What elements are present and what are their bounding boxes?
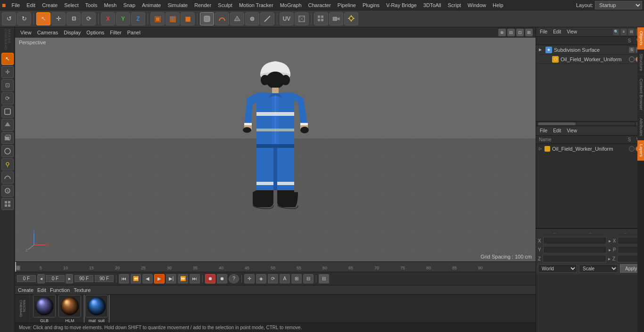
sidebar-select-btn[interactable]: ↖ bbox=[1, 53, 14, 65]
menu-3dtoall[interactable]: 3DToAll bbox=[421, 1, 444, 9]
vp-split-v-icon[interactable]: ⊡ bbox=[516, 29, 524, 36]
obj-hscroll-thumb[interactable] bbox=[538, 122, 576, 125]
obj-collapse-icon[interactable]: ⊟ bbox=[628, 29, 635, 35]
play-forward-button[interactable]: ▶ bbox=[154, 274, 165, 283]
mat-function-menu[interactable]: Function bbox=[50, 287, 70, 293]
sidebar-box-btn[interactable] bbox=[1, 132, 14, 144]
edge-mode-button[interactable] bbox=[260, 12, 274, 25]
scene-file-menu[interactable]: File bbox=[538, 128, 549, 134]
menu-animate[interactable]: Animate bbox=[139, 1, 164, 9]
obj-view-menu[interactable]: View bbox=[565, 29, 579, 35]
vp-fullscreen-icon[interactable]: ⊞ bbox=[525, 29, 533, 36]
material-glb[interactable]: GLB bbox=[33, 295, 56, 323]
sidebar-grid-btn[interactable] bbox=[1, 198, 14, 210]
mat-texture-menu[interactable]: Texture bbox=[74, 287, 91, 293]
sidebar-rotate-btn[interactable]: ⟳ bbox=[1, 92, 14, 105]
mat-edit-menu[interactable]: Edit bbox=[37, 287, 46, 293]
sidebar-light-btn[interactable] bbox=[1, 158, 14, 170]
vtab-objects[interactable]: Objects bbox=[637, 27, 644, 50]
auto-key-button[interactable]: ⏺ bbox=[217, 274, 227, 283]
texture-mode-button[interactable] bbox=[295, 12, 309, 25]
redo-button[interactable]: ↻ bbox=[17, 12, 31, 25]
menu-tools[interactable]: Tools bbox=[83, 1, 100, 9]
menu-plugins[interactable]: Plugins bbox=[360, 1, 382, 9]
auto-btn[interactable]: A bbox=[280, 274, 290, 283]
record-button[interactable]: ⏺ bbox=[205, 274, 215, 283]
coord-z-pos[interactable]: 0 cm bbox=[543, 255, 606, 262]
menu-pipeline[interactable]: Pipeline bbox=[335, 1, 359, 9]
timeline[interactable]: 0 5 10 15 20 25 30 35 40 45 50 55 60 65 … bbox=[15, 261, 536, 272]
grid-button[interactable] bbox=[314, 12, 328, 25]
vp-split-h-icon[interactable]: ⊟ bbox=[507, 29, 515, 36]
spline-mode-button[interactable] bbox=[215, 12, 229, 25]
material-hlm[interactable]: HLM bbox=[58, 295, 81, 323]
menu-character[interactable]: Character bbox=[305, 1, 334, 9]
next-keyframe-button[interactable]: ⏩ bbox=[178, 274, 188, 283]
vtab-attributes[interactable]: Attributes bbox=[637, 114, 644, 140]
end-frame-1-input[interactable] bbox=[74, 275, 93, 282]
obj-search-icon[interactable]: 🔍 bbox=[613, 29, 619, 35]
obj-hscrollbar[interactable]: ▶ bbox=[536, 121, 644, 126]
next-frame-input-btn[interactable]: ▸ bbox=[66, 274, 73, 283]
menu-simulate[interactable]: Simulate bbox=[165, 1, 190, 9]
vp-view-menu[interactable]: View bbox=[18, 29, 34, 36]
current-frame-input[interactable] bbox=[46, 275, 65, 282]
menu-file[interactable]: File bbox=[8, 1, 23, 9]
sidebar-scale-btn[interactable]: ⊡ bbox=[1, 79, 14, 91]
menu-render[interactable]: Render bbox=[191, 1, 214, 9]
menu-mograph[interactable]: MoGraph bbox=[277, 1, 305, 9]
layout-dropdown[interactable]: Startup bbox=[595, 1, 642, 9]
obj-file-menu[interactable]: File bbox=[538, 29, 549, 35]
menu-snap[interactable]: Snap bbox=[120, 1, 138, 9]
material-mat-suit[interactable]: mat_suit bbox=[84, 295, 109, 323]
menu-script[interactable]: Script bbox=[445, 1, 464, 9]
vp-maximize-icon[interactable]: ⊕ bbox=[498, 29, 506, 36]
render-all-button[interactable]: ◼ bbox=[181, 12, 195, 25]
z-axis-button[interactable]: Z bbox=[131, 12, 145, 25]
object-mode-button[interactable] bbox=[200, 12, 214, 25]
step-forward-button[interactable]: ▶| bbox=[166, 274, 176, 283]
obj-filter-icon[interactable]: ≡ bbox=[620, 29, 627, 35]
select-mode-button[interactable]: ↖ bbox=[36, 12, 50, 25]
scene-edit-menu[interactable]: Edit bbox=[551, 128, 563, 134]
camera-record-button[interactable] bbox=[329, 12, 343, 25]
render-region-button[interactable]: ▣ bbox=[150, 12, 165, 25]
scene-badge-s[interactable] bbox=[629, 146, 635, 152]
go-to-start-button[interactable]: ⏮ bbox=[119, 274, 129, 283]
mat-create-menu[interactable]: Create bbox=[18, 287, 33, 293]
light-button[interactable] bbox=[344, 12, 358, 25]
step-back-button[interactable]: ◀ bbox=[142, 274, 153, 283]
menu-create[interactable]: Create bbox=[39, 1, 60, 9]
prev-frame-input-btn[interactable]: ◂ bbox=[37, 274, 45, 283]
start-frame-input[interactable] bbox=[17, 275, 36, 282]
menu-window[interactable]: Window bbox=[465, 1, 489, 9]
coord-y-pos[interactable]: 0 cm bbox=[543, 246, 607, 253]
y-axis-button[interactable]: Y bbox=[116, 12, 130, 25]
x-axis-button[interactable]: X bbox=[101, 12, 115, 25]
vtab-structure[interactable]: Structure bbox=[637, 50, 644, 75]
vp-options-menu[interactable]: Options bbox=[84, 29, 107, 36]
sidebar-stamp-btn[interactable]: S bbox=[1, 185, 14, 197]
scale-tool-button[interactable]: ⊡ bbox=[66, 12, 81, 25]
scale-dropdown[interactable]: Scale bbox=[579, 264, 618, 273]
sidebar-poly-btn[interactable] bbox=[1, 119, 14, 131]
sidebar-move-btn[interactable]: ✛ bbox=[1, 66, 14, 78]
menu-vray-bridge[interactable]: V-Ray Bridge bbox=[383, 1, 420, 9]
obj-badge-s-subdivsurface[interactable]: S bbox=[629, 47, 635, 53]
world-dropdown[interactable]: World bbox=[538, 264, 577, 273]
vp-display-menu[interactable]: Display bbox=[61, 29, 83, 36]
render-view-button[interactable]: ▦ bbox=[165, 12, 180, 25]
uv-mode-button[interactable]: UV bbox=[280, 12, 294, 25]
vp-panel-menu[interactable]: Panel bbox=[125, 29, 143, 36]
filter-playback-btn[interactable]: ⊟ bbox=[303, 274, 314, 283]
point-mode-button[interactable] bbox=[245, 12, 259, 25]
key-btn[interactable]: ◈ bbox=[256, 274, 266, 283]
multi-btn[interactable]: ⊞ bbox=[291, 274, 302, 283]
vp-filter-menu[interactable]: Filter bbox=[107, 29, 124, 36]
move-tool-button[interactable]: ✛ bbox=[51, 12, 66, 25]
sidebar-sphere-btn[interactable] bbox=[1, 145, 14, 157]
cycle-btn[interactable]: ⟳ bbox=[268, 274, 278, 283]
sidebar-obj-mode-btn[interactable] bbox=[1, 105, 14, 118]
motion-path-btn[interactable]: ✛ bbox=[244, 274, 255, 283]
vtab-content-browser[interactable]: Content Browser bbox=[637, 75, 644, 114]
